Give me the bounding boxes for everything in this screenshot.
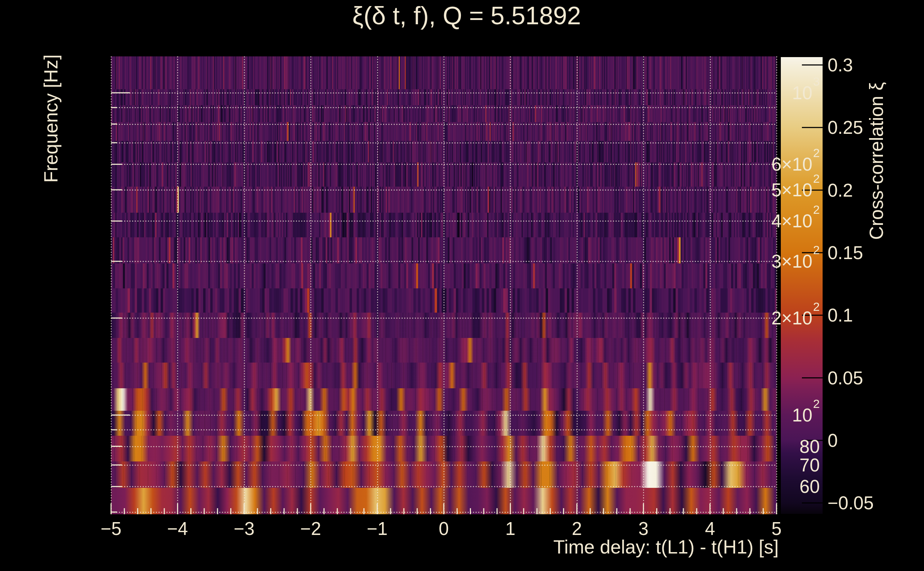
y-tick-label: 102 (792, 405, 820, 426)
colorbar-tick-label: −0.05 (828, 492, 874, 514)
qscan-cross-correlation-figure: ξ(δ t, f), Q = 5.51892 Frequency [Hz] Ti… (0, 0, 924, 571)
x-tick-label: 2 (549, 518, 606, 539)
colorbar-tick-label: 0 (828, 430, 837, 451)
page-title: ξ(δ t, f), Q = 5.51892 (111, 2, 822, 30)
x-tick-label: 5 (748, 518, 805, 539)
x-tick-label: 4 (681, 518, 739, 539)
x-tick-label: −5 (82, 518, 140, 539)
colorbar-tick-label: 0.2 (828, 179, 853, 201)
colorbar-tick-label: 0.1 (828, 305, 853, 326)
x-tick-label: −3 (216, 518, 273, 539)
heatmap-canvas (0, 0, 924, 571)
y-tick-label: 60 (799, 476, 820, 497)
y-axis-title: Frequency [Hz] (40, 55, 62, 183)
x-tick-label: −4 (149, 518, 206, 539)
y-tick-label: 103 (792, 82, 820, 103)
y-tick-label: 5×102 (771, 179, 820, 200)
y-tick-label: 6×102 (771, 154, 820, 175)
colorbar-tick-label: 0.15 (828, 242, 863, 263)
x-tick-label: 3 (615, 518, 672, 539)
y-tick-label: 80 (799, 436, 820, 457)
x-tick-label: −1 (349, 518, 406, 539)
y-tick-label: 2×102 (771, 308, 820, 329)
x-tick-label: 0 (415, 518, 472, 539)
colorbar-tick-label: 0.05 (828, 367, 863, 388)
x-axis-title: Time delay: t(L1) - t(H1) [s] (553, 536, 779, 558)
colorbar-tick-label: 0.3 (828, 55, 853, 76)
x-tick-label: −2 (282, 518, 339, 539)
colorbar-title: Cross-correlation ξ (865, 82, 887, 240)
y-tick-label: 3×102 (771, 251, 820, 272)
x-tick-label: 1 (482, 518, 539, 539)
colorbar-tick-label: 0.25 (828, 117, 863, 138)
y-tick-label: 4×102 (771, 211, 820, 231)
y-tick-label: 70 (799, 454, 820, 475)
